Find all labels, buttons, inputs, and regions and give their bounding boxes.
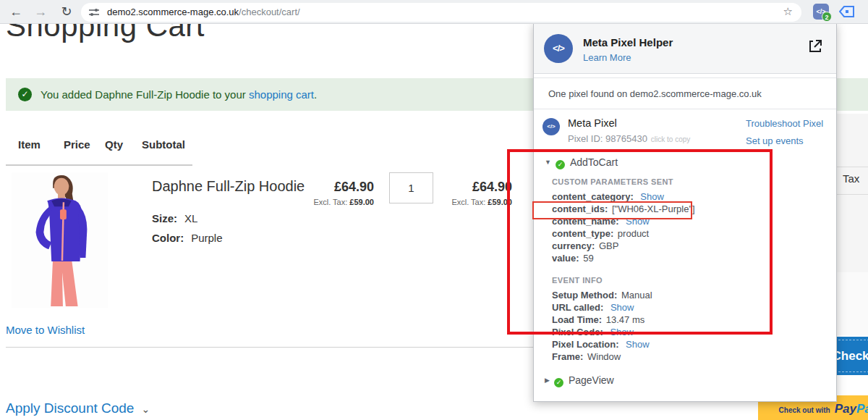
popup-title: Meta Pixel Helper (583, 36, 673, 49)
subtotal-cell: £64.90 Excl. Tax: £59.00 (427, 180, 512, 206)
event-success-icon: ✓ (554, 378, 563, 387)
col-header-price: Price (64, 138, 90, 151)
extension-badge: 2 (822, 12, 832, 22)
annotation-box-addtocart (507, 149, 773, 335)
param-row: FrameWindow (552, 350, 652, 363)
apply-discount-label: Apply Discount Code (6, 400, 134, 416)
url-path: /checkout/cart/ (239, 7, 300, 17)
success-text: You added Daphne Full-Zip Hoodie to your… (41, 88, 317, 101)
chevron-down-icon: ⌄ (141, 403, 150, 415)
troubleshoot-pixel-link[interactable]: Troubleshoot Pixel (746, 118, 823, 129)
tag-extension-icon[interactable] (839, 5, 855, 18)
param-name: Frame (552, 351, 586, 362)
expand-triangle-icon[interactable]: ▶ (545, 377, 550, 384)
pixel-id[interactable]: Pixel ID: 98765430click to copy (568, 133, 690, 144)
apply-discount-link[interactable]: Apply Discount Code⌄ (6, 400, 150, 416)
size-row: Size:XL (152, 212, 197, 224)
param-row: Pixel LocationShow (552, 338, 652, 350)
size-value: XL (184, 212, 197, 224)
bookmark-star-icon[interactable]: ☆ (783, 5, 793, 18)
external-link-icon[interactable] (807, 38, 823, 54)
price-value: £64.90 (289, 180, 374, 195)
url-text: demo2.scommerce-mage.co.uk/checkout/cart… (107, 7, 300, 17)
col-header-subtotal: Subtotal (142, 138, 185, 151)
param-name: Pixel Location (552, 339, 621, 350)
pixel-id-value[interactable]: 98765430 (605, 133, 647, 144)
paypal-logo: Pay (835, 402, 856, 416)
excl-tax-label: Excl. Tax: (313, 198, 349, 206)
pixel-name: Meta Pixel (568, 117, 617, 129)
param-value: Window (587, 351, 621, 362)
tax-label: Tax (843, 172, 859, 185)
reload-icon[interactable]: ↻ (56, 1, 77, 22)
size-label: Size: (152, 212, 177, 224)
popup-header: </> Meta Pixel Helper Learn More (534, 24, 836, 74)
col-header-qty: Qty (105, 138, 123, 151)
pixel-found-text: One pixel found on demo2.scommerce-mage.… (534, 77, 836, 109)
click-to-copy-hint: click to copy (651, 135, 690, 143)
col-header-item: Item (18, 138, 41, 151)
product-name[interactable]: Daphne Full-Zip Hoodie (152, 178, 305, 195)
site-settings-icon[interactable] (88, 7, 100, 18)
paypal-prefix: Check out with (779, 406, 830, 414)
table-header-divider (6, 164, 192, 166)
shopping-cart-link[interactable]: shopping cart (249, 88, 314, 101)
pixel-id-label: Pixel ID: (568, 133, 605, 144)
learn-more-link[interactable]: Learn More (583, 52, 631, 63)
forward-icon[interactable]: → (30, 1, 51, 22)
price-cell: £64.90 Excl. Tax: £59.00 (289, 180, 374, 206)
success-prefix: You added Daphne Full-Zip Hoodie to your (41, 88, 249, 101)
address-bar[interactable]: demo2.scommerce-mage.co.uk/checkout/cart… (81, 3, 801, 22)
color-value: Purple (191, 232, 222, 244)
pageview-event-row[interactable]: ▶✓PageView (545, 374, 614, 387)
paypal-logo: Pal (856, 402, 868, 416)
excl-tax-label: Excl. Tax: (451, 198, 488, 206)
set-up-events-link[interactable]: Set up events (746, 135, 804, 146)
back-icon[interactable]: ← (6, 1, 26, 22)
move-to-wishlist-link[interactable]: Move to Wishlist (6, 324, 85, 336)
url-host: demo2.scommerce-mage.co.uk (107, 7, 239, 17)
event-name: PageView (569, 374, 614, 386)
browser-toolbar: ← → ↻ demo2.scommerce-mage.co.uk/checkou… (0, 0, 868, 24)
color-label: Color: (152, 232, 184, 244)
show-link[interactable]: Show (626, 339, 650, 350)
success-check-icon: ✓ (18, 88, 32, 101)
color-row: Color:Purple (152, 232, 223, 244)
success-suffix: . (314, 88, 317, 101)
meta-pixel-logo-icon: </> (544, 34, 573, 63)
annotation-box-content-ids (532, 201, 692, 219)
subtotal-excl-tax: Excl. Tax: £59.00 (427, 198, 512, 206)
cart-divider (6, 347, 533, 348)
price-excl-tax: Excl. Tax: £59.00 (289, 198, 374, 206)
product-image[interactable] (11, 172, 109, 308)
subtotal-value: £64.90 (427, 180, 512, 195)
excl-tax-value: £59.00 (349, 198, 374, 206)
meta-pixel-icon: </> (542, 118, 560, 135)
